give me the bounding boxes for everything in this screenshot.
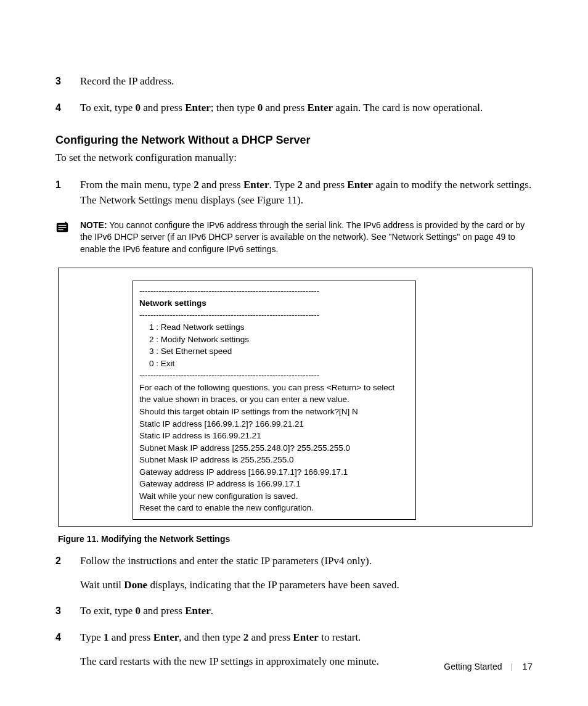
step-body: To exit, type 0 and press Enter; then ty… bbox=[80, 101, 533, 116]
step-number: 2 bbox=[55, 554, 80, 593]
note: NOTE: You cannot configure the IPv6 addr… bbox=[55, 220, 533, 256]
note-text: NOTE: You cannot configure the IPv6 addr… bbox=[80, 220, 533, 256]
step-1: 1 From the main menu, type 2 and press E… bbox=[55, 178, 533, 208]
step-body: From the main menu, type 2 and press Ent… bbox=[80, 178, 533, 208]
figure-line: For each of the following questions, you… bbox=[139, 382, 409, 394]
paragraph: Type 1 and press Enter, and then type 2 … bbox=[80, 630, 533, 646]
note-icon bbox=[55, 220, 80, 256]
paragraph: To exit, type 0 and press Enter. bbox=[80, 604, 533, 619]
section-heading: Configuring the Network Without a DHCP S… bbox=[55, 134, 533, 147]
note-body: You cannot configure the IPv6 address th… bbox=[80, 220, 525, 254]
page: 3Record the IP address.4To exit, type 0 … bbox=[0, 0, 588, 706]
figure-line: Wait while your new configuration is sav… bbox=[139, 490, 409, 503]
step: 2Follow the instructions and enter the s… bbox=[55, 554, 533, 593]
menu-item: 3 : Set Ethernet speed bbox=[139, 345, 409, 358]
dashes: ----------------------------------------… bbox=[139, 285, 409, 297]
step-number: 4 bbox=[55, 101, 80, 116]
figure-line: the value shown in braces, or you can en… bbox=[139, 393, 409, 406]
figure-line: Gateway address IP address is 166.99.17.… bbox=[139, 478, 409, 490]
menu-item: 0 : Exit bbox=[139, 358, 409, 370]
figure-line: Reset the card to enable the new configu… bbox=[139, 502, 409, 514]
figure-outer-box: ----------------------------------------… bbox=[58, 268, 533, 527]
note-label: NOTE: bbox=[80, 220, 107, 230]
dashes: ----------------------------------------… bbox=[139, 369, 409, 382]
menu-item: 2 : Modify Network settings bbox=[139, 334, 409, 346]
step-number: 3 bbox=[55, 74, 80, 89]
figure-lines: For each of the following questions, you… bbox=[139, 382, 409, 514]
figure-line: Should this target obtain IP settings fr… bbox=[139, 406, 409, 418]
step-body: Record the IP address. bbox=[80, 74, 533, 89]
footer: Getting Started 17 bbox=[444, 661, 533, 671]
footer-separator bbox=[512, 663, 512, 671]
step-number: 3 bbox=[55, 604, 80, 619]
menu-item: 1 : Read Network settings bbox=[139, 321, 409, 334]
figure-line: Static IP address [166.99.1.2]? 166.99.2… bbox=[139, 418, 409, 430]
figure-line: Gateway address IP address [166.99.17.1]… bbox=[139, 466, 409, 478]
intro-text: To set the network configuration manuall… bbox=[55, 152, 533, 164]
figure-caption: Figure 11. Modifying the Network Setting… bbox=[58, 534, 533, 544]
dashes: ----------------------------------------… bbox=[139, 309, 409, 321]
step: 4To exit, type 0 and press Enter; then t… bbox=[55, 101, 533, 116]
step-body: To exit, type 0 and press Enter. bbox=[80, 604, 533, 619]
step-number: 1 bbox=[55, 178, 80, 208]
paragraph: Follow the instructions and enter the st… bbox=[80, 554, 533, 569]
step: 3Record the IP address. bbox=[55, 74, 533, 89]
page-number: 17 bbox=[522, 661, 533, 671]
step-number: 4 bbox=[55, 630, 80, 669]
figure-inner-box: ----------------------------------------… bbox=[133, 281, 416, 520]
figure-line: Subnet Mask IP address is 255.255.255.0 bbox=[139, 454, 409, 466]
step: 3To exit, type 0 and press Enter. bbox=[55, 604, 533, 619]
bottom-steps: 2Follow the instructions and enter the s… bbox=[55, 554, 533, 669]
menu-items: 1 : Read Network settings2 : Modify Netw… bbox=[139, 321, 409, 369]
footer-section: Getting Started bbox=[444, 662, 502, 671]
figure-line: Static IP address is 166.99.21.21 bbox=[139, 430, 409, 442]
paragraph: Wait until Done displays, indicating tha… bbox=[80, 578, 533, 593]
menu-title: Network settings bbox=[139, 297, 409, 310]
figure-11: ----------------------------------------… bbox=[58, 268, 533, 544]
step-body: Follow the instructions and enter the st… bbox=[80, 554, 533, 593]
figure-line: Subnet Mask IP address [255.255.248.0]? … bbox=[139, 442, 409, 454]
top-steps: 3Record the IP address.4To exit, type 0 … bbox=[55, 74, 533, 115]
